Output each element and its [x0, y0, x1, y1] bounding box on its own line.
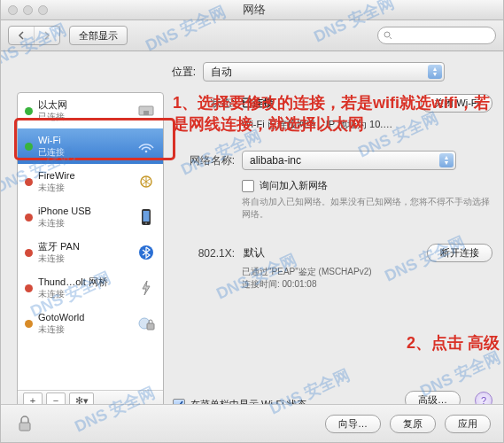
chevron-updown-icon: ▴▾: [439, 153, 454, 167]
thunderbolt-icon: [135, 278, 158, 298]
assist-button[interactable]: 向导…: [325, 415, 381, 433]
location-label: 位置:: [1, 65, 196, 80]
network-name-label: 网络名称:: [173, 153, 235, 168]
svg-point-3: [145, 151, 148, 153]
back-button[interactable]: [9, 27, 34, 44]
globe-lock-icon: [135, 314, 158, 333]
status-value: 已连接: [242, 96, 274, 111]
wifi-icon: [135, 136, 158, 156]
ethernet-icon: [135, 101, 158, 120]
status-dot-icon: [25, 143, 33, 151]
interfaces-sidebar: 以太网已连接 Wi-Fi已连接 FireWire未连接 iPhone USB未连…: [17, 92, 164, 411]
iphone-icon: [135, 207, 158, 227]
zoom-icon[interactable]: [38, 5, 48, 15]
lock-button[interactable]: [15, 414, 35, 433]
revert-button[interactable]: 复原: [390, 415, 436, 433]
firewire-icon: [135, 172, 158, 191]
sidebar-item-thunderbolt[interactable]: Thund…olt 网桥未连接: [18, 270, 163, 306]
status-dot-icon: [25, 320, 33, 328]
sidebar-item-iphone-usb[interactable]: iPhone USB未连接: [18, 199, 163, 235]
chevron-updown-icon: ▴▾: [428, 65, 442, 79]
status-dot-icon: [25, 178, 33, 186]
window-title: 网络: [57, 2, 452, 18]
status-dot-icon: [25, 249, 33, 257]
svg-rect-10: [147, 323, 154, 330]
svg-point-0: [384, 32, 390, 37]
sidebar-item-bluetooth-pan[interactable]: 蓝牙 PAN未连接: [18, 235, 163, 270]
forward-button[interactable]: [34, 27, 59, 44]
network-name-select[interactable]: alibaba-inc ▴▾: [242, 151, 456, 170]
svg-rect-11: [19, 423, 30, 431]
window-footer: 向导… 复原 应用: [1, 404, 503, 442]
status-dot-icon: [25, 214, 33, 222]
interface-detail: 1、选择要修改的连接，若是wifi就选wifi，若是网线连接，就选择以太网 状态…: [173, 92, 492, 411]
status-dot-icon: [25, 284, 33, 292]
traffic-lights[interactable]: [8, 5, 48, 15]
prefs-window: 网络 全部显示 位置: 自动 ▴▾ 以: [0, 0, 504, 443]
location-value: 自动: [211, 65, 232, 80]
show-all-button[interactable]: 全部显示: [69, 26, 128, 45]
svg-rect-6: [143, 211, 150, 222]
nav-buttons[interactable]: [8, 26, 60, 45]
checkbox-icon: [242, 180, 254, 192]
sidebar-item-ethernet[interactable]: 以太网已连接: [18, 93, 163, 128]
toggle-wifi-button[interactable]: 关闭 Wi-Fi: [421, 94, 492, 113]
toolbar: 全部显示: [1, 20, 503, 51]
status-dot-icon: [25, 107, 33, 115]
location-select[interactable]: 自动 ▴▾: [203, 62, 445, 82]
close-icon[interactable]: [8, 5, 18, 15]
8021x-time-info: 连接时间: 00:01:08: [242, 278, 492, 291]
titlebar: 网络: [1, 0, 503, 20]
sidebar-item-firewire[interactable]: FireWire未连接: [18, 164, 163, 199]
status-desc: Wi-Fi 已连接网络，IP 地址为 10.…: [242, 118, 492, 131]
8021x-label: 802.1X:: [173, 247, 235, 260]
ask-join-checkbox[interactable]: 询问加入新网络: [242, 179, 492, 192]
8021x-auth-info: 已通过"PEAP"鉴定 (MSCHAPv2): [242, 266, 492, 278]
sidebar-item-wifi[interactable]: Wi-Fi已连接: [18, 128, 163, 164]
bluetooth-icon: [135, 243, 158, 262]
minimize-icon[interactable]: [23, 5, 33, 15]
svg-rect-2: [143, 111, 149, 115]
sidebar-item-gotoworld[interactable]: GotoWorld未连接: [18, 306, 163, 341]
search-input[interactable]: [377, 27, 496, 44]
apply-button[interactable]: 应用: [445, 415, 491, 433]
8021x-value: 默认: [244, 245, 265, 260]
search-icon: [384, 31, 392, 40]
status-label: 状态:: [173, 96, 235, 111]
svg-point-7: [145, 222, 147, 224]
disconnect-button[interactable]: 断开连接: [427, 244, 492, 262]
ask-join-hint: 将自动加入已知网络。如果没有已知网络，您将不得不手动选择网络。: [242, 196, 492, 221]
annotation-2: 2、点击 高级: [407, 332, 500, 354]
